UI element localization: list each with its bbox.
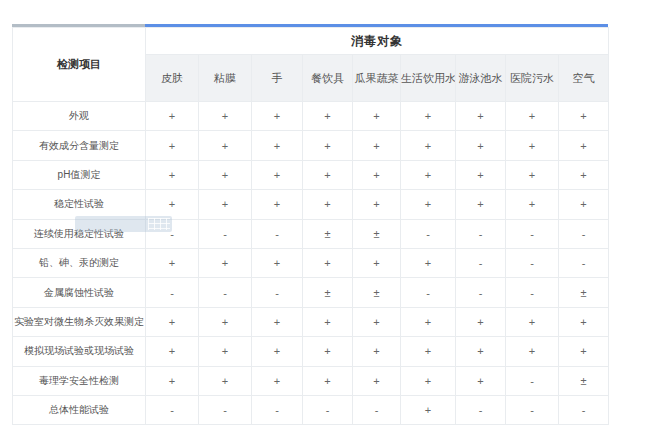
sign-cell: + xyxy=(303,337,353,366)
sign-cell: - xyxy=(456,219,506,248)
sign-cell: + xyxy=(146,337,199,366)
sign-cell: ± xyxy=(559,366,609,395)
accent-segment-corner xyxy=(12,24,145,27)
sign-cell: + xyxy=(303,160,353,189)
sign-cell: + xyxy=(303,248,353,277)
sign-cell: - xyxy=(146,395,199,424)
row-label: 毒理学安全性检测 xyxy=(13,366,146,395)
sign-cell: + xyxy=(146,190,199,219)
column-header: 空气 xyxy=(559,55,609,102)
sign-cell: + xyxy=(401,337,456,366)
sign-cell: + xyxy=(506,160,559,189)
sign-cell: ± xyxy=(559,278,609,307)
sign-cell: - xyxy=(506,278,559,307)
sign-cell: - xyxy=(401,278,456,307)
table-row: 实验室对微生物杀灭效果测定+++++++++ xyxy=(13,307,609,336)
sign-cell: - xyxy=(456,278,506,307)
sign-cell: + xyxy=(506,131,559,160)
column-header: 瓜果蔬菜 xyxy=(353,55,401,102)
sign-cell: ± xyxy=(303,278,353,307)
table-row: 有效成分含量测定+++++++++ xyxy=(13,131,609,160)
table-row: 外观+++++++++ xyxy=(13,102,609,131)
row-label: 铅、砷、汞的测定 xyxy=(13,248,146,277)
sign-cell: + xyxy=(401,190,456,219)
sign-cell: + xyxy=(199,131,252,160)
sign-cell: - xyxy=(252,219,303,248)
sign-cell: + xyxy=(456,102,506,131)
row-label: pH值测定 xyxy=(13,160,146,189)
sign-cell: - xyxy=(506,395,559,424)
sign-cell: + xyxy=(559,190,609,219)
sign-cell: + xyxy=(353,307,401,336)
table-row: 毒理学安全性检测+++++++-± xyxy=(13,366,609,395)
row-label: 有效成分含量测定 xyxy=(13,131,146,160)
sign-cell: + xyxy=(353,366,401,395)
sign-cell: - xyxy=(456,395,506,424)
sign-cell: + xyxy=(401,102,456,131)
column-header: 手 xyxy=(252,55,303,102)
sign-cell: - xyxy=(146,278,199,307)
sign-cell: + xyxy=(252,248,303,277)
sign-cell: + xyxy=(456,337,506,366)
sign-cell: - xyxy=(559,395,609,424)
sign-cell: + xyxy=(559,160,609,189)
sign-cell: + xyxy=(252,337,303,366)
column-header: 粘膜 xyxy=(199,55,252,102)
sign-cell: + xyxy=(559,131,609,160)
sign-cell: + xyxy=(303,307,353,336)
sign-cell: + xyxy=(401,160,456,189)
sign-cell: + xyxy=(506,337,559,366)
table-body: 外观+++++++++有效成分含量测定+++++++++pH值测定+++++++… xyxy=(13,102,609,425)
sign-cell: + xyxy=(199,337,252,366)
table-row: 连续使用稳定性试验---±±---- xyxy=(13,219,609,248)
sign-cell: + xyxy=(252,190,303,219)
row-label: 模拟现场试验或现场试验 xyxy=(13,337,146,366)
column-header: 餐饮具 xyxy=(303,55,353,102)
sign-cell: - xyxy=(353,395,401,424)
sign-cell: + xyxy=(146,307,199,336)
sign-cell: - xyxy=(199,395,252,424)
table-row: 模拟现场试验或现场试验+++++++++ xyxy=(13,337,609,366)
sign-cell: + xyxy=(401,248,456,277)
sign-cell: + xyxy=(456,160,506,189)
sign-cell: + xyxy=(353,131,401,160)
sign-cell: - xyxy=(456,248,506,277)
sign-cell: + xyxy=(303,102,353,131)
sign-cell: + xyxy=(199,190,252,219)
sign-cell: + xyxy=(252,366,303,395)
sign-cell: + xyxy=(252,102,303,131)
sign-cell: - xyxy=(506,366,559,395)
sign-cell: + xyxy=(146,160,199,189)
column-header: 游泳池水 xyxy=(456,55,506,102)
sign-cell: - xyxy=(559,219,609,248)
sign-cell: + xyxy=(353,248,401,277)
sign-cell: + xyxy=(252,307,303,336)
sign-cell: ± xyxy=(353,278,401,307)
sign-cell: + xyxy=(199,160,252,189)
sign-cell: + xyxy=(303,190,353,219)
sign-cell: + xyxy=(199,307,252,336)
sign-cell: + xyxy=(303,131,353,160)
sign-cell: + xyxy=(146,102,199,131)
sign-cell: ± xyxy=(353,219,401,248)
sign-cell: - xyxy=(303,395,353,424)
row-label: 金属腐蚀性试验 xyxy=(13,278,146,307)
row-label: 连续使用稳定性试验 xyxy=(13,219,146,248)
sign-cell: + xyxy=(506,307,559,336)
row-label: 外观 xyxy=(13,102,146,131)
disinfection-detection-table: 检测项目 消毒对象 皮肤粘膜手餐饮具瓜果蔬菜生活饮用水游泳池水医院污水空气 外观… xyxy=(12,27,609,425)
table-row: 稳定性试验+++++++++ xyxy=(13,190,609,219)
sign-cell: - xyxy=(252,395,303,424)
table-row: 铅、砷、汞的测定++++++--- xyxy=(13,248,609,277)
table-row: pH值测定+++++++++ xyxy=(13,160,609,189)
sign-cell: + xyxy=(353,102,401,131)
sign-cell: + xyxy=(559,307,609,336)
sign-cell: - xyxy=(506,248,559,277)
sign-cell: - xyxy=(559,248,609,277)
sign-cell: - xyxy=(199,219,252,248)
sign-cell: + xyxy=(401,366,456,395)
corner-header-cell: 检测项目 xyxy=(13,28,146,102)
page: { "table": { "corner_header": "检测项目", "g… xyxy=(0,0,651,443)
column-header: 医院污水 xyxy=(506,55,559,102)
sign-cell: + xyxy=(559,102,609,131)
